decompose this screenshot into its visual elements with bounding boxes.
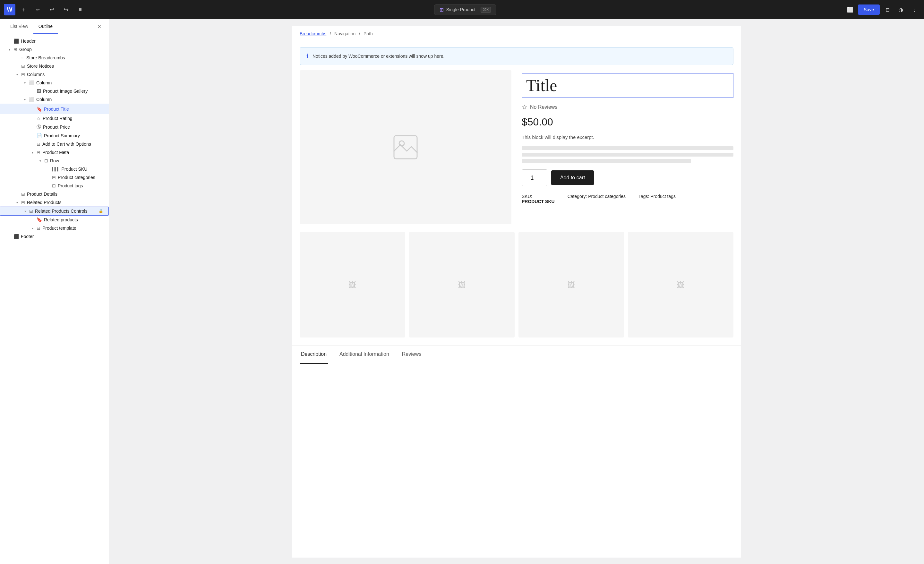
tab-outline[interactable]: Outline (33, 19, 58, 34)
sidebar-item-product-price[interactable]: Ⓢ Product Price (0, 123, 109, 132)
sidebar-item-label: Product Image Gallery (43, 88, 104, 94)
meta-category: Category: Product categories (567, 194, 626, 204)
contrast-button[interactable]: ◑ (895, 4, 907, 15)
sidebar-item-product-title[interactable]: 🔖 Product Title ⋮ (0, 104, 109, 114)
plus-icon: ＋ (21, 6, 27, 14)
product-meta: SKU: PRODUCT SKU Category: Product categ… (522, 194, 734, 204)
breadcrumb-link[interactable]: Breadcrumbs (300, 31, 326, 36)
sidebar-item-label: Product Title (44, 106, 94, 112)
related-thumb-1: 🖼 (300, 232, 405, 338)
sidebar-item-header[interactable]: ⬛ Header (0, 37, 109, 45)
sidebar-item-label: Product template (42, 225, 104, 231)
responsive-icon: ⬜ (847, 7, 854, 13)
add-to-cart-button[interactable]: Add to cart (551, 170, 594, 185)
sidebar-item-product-template[interactable]: ▸ ⊟ Product template (0, 224, 109, 232)
sidebar-item-label: Row (50, 158, 104, 163)
sidebar-item-product-tags[interactable]: ⊟ Product tags (0, 182, 109, 190)
product-title-block[interactable]: Title (522, 73, 734, 98)
sidebar-item-label: Column (36, 97, 104, 102)
tab-description[interactable]: Description (300, 345, 328, 364)
sidebar-item-footer[interactable]: ⬛ Footer (0, 232, 109, 241)
toggle-icon: ▾ (30, 151, 34, 154)
canvas-inner: Breadcrumbs / Navigation / Path ℹ Notice… (292, 26, 741, 558)
product-info: Title ☆ No Reviews $50.00 This block wil… (522, 70, 734, 224)
breadcrumb-path: Path (363, 31, 373, 36)
sidebar-item-store-breadcrumbs[interactable]: ··· Store Breadcrumbs (0, 54, 109, 62)
thumb-placeholder-icon-1: 🖼 (349, 280, 357, 290)
sidebar-item-label: Header (21, 39, 104, 44)
breadcrumb-bar: Breadcrumbs / Navigation / Path (292, 26, 741, 42)
sidebar-item-product-details[interactable]: ⊟ Product Details (0, 190, 109, 198)
sidebar-item-product-rating[interactable]: ☆ Product Rating (0, 114, 109, 123)
redo-button[interactable]: ↪ (60, 4, 72, 15)
shortcut-badge: ⌘K (481, 7, 491, 13)
responsive-button[interactable]: ⬜ (844, 4, 856, 15)
breadcrumb-sep2: / (359, 31, 360, 36)
layout-icon: ⊟ (885, 7, 890, 13)
star-icon: ☆ (522, 103, 528, 111)
product-title: Title (526, 76, 557, 94)
related-list-icon: 🔖 (37, 217, 42, 222)
related-controls-icon: ⊟ (29, 208, 33, 214)
related-products-icon: ⊟ (21, 200, 25, 205)
sidebar-close-button[interactable]: × (95, 19, 104, 34)
breadcrumb-nav: Navigation (334, 31, 356, 36)
layout-button[interactable]: ⊟ (882, 4, 893, 15)
sidebar-item-label: Product Summary (44, 133, 104, 138)
thumb-placeholder-icon-4: 🖼 (677, 280, 685, 290)
wp-logo-text: W (7, 6, 12, 13)
product-bar-2 (522, 153, 734, 156)
sidebar-item-label: Store Notices (27, 63, 104, 69)
sidebar-item-store-notices[interactable]: ⊟ Store Notices (0, 62, 109, 70)
sidebar-item-related-products[interactable]: ▾ ⊟ Related Products (0, 198, 109, 207)
sidebar-item-column-2[interactable]: ▾ ⬜ Column (0, 95, 109, 104)
sidebar-item-label: Product categories (58, 175, 104, 180)
sidebar-item-add-to-cart[interactable]: ⊟ Add to Cart with Options (0, 140, 109, 148)
sidebar-item-columns[interactable]: ▾ ⊟ Columns (0, 70, 109, 79)
sidebar-item-row[interactable]: ▾ ⊟ Row (0, 156, 109, 165)
toggle-icon: ▾ (22, 81, 27, 85)
sidebar-item-product-categories[interactable]: ⊟ Product categories (0, 173, 109, 182)
add-block-button[interactable]: ＋ (18, 4, 30, 15)
product-excerpt: This block will display the excerpt. (522, 134, 734, 140)
tab-reviews[interactable]: Reviews (401, 345, 423, 364)
notice-text: Notices added by WooCommerce or extensio… (312, 54, 444, 59)
more-options-button[interactable]: ⋮ (909, 4, 920, 15)
edit-button[interactable]: ✏ (32, 4, 44, 15)
sidebar-item-label: Footer (21, 234, 104, 239)
sidebar-item-label: Store Breadcrumbs (26, 55, 104, 60)
sidebar-item-group[interactable]: ▾ ⊞ Group (0, 45, 109, 54)
related-thumb-2: 🖼 (409, 232, 514, 338)
sidebar-item-label: Columns (27, 72, 104, 77)
list-view-button[interactable]: ≡ (74, 4, 86, 15)
sidebar-item-product-sku[interactable]: ▌▌▌ Product SKU (0, 165, 109, 173)
undo-button[interactable]: ↩ (46, 4, 58, 15)
sidebar-item-label: Add to Cart with Options (42, 141, 104, 147)
redo-icon: ↪ (64, 6, 69, 13)
sidebar-item-product-summary[interactable]: 📄 Product Summary (0, 132, 109, 140)
save-button[interactable]: Save (858, 4, 880, 15)
meta-tags: Tags: Product tags (639, 194, 676, 204)
tags-value: Product tags (650, 194, 676, 199)
sidebar-item-related-products-list[interactable]: 🔖 Related products (0, 216, 109, 224)
contrast-icon: ◑ (898, 7, 903, 13)
sidebar-item-product-meta[interactable]: ▾ ⊟ Product Meta (0, 148, 109, 156)
sidebar-item-column-1[interactable]: ▾ ⬜ Column (0, 79, 109, 87)
tab-list-view[interactable]: List View (5, 19, 33, 34)
sidebar-item-related-products-controls[interactable]: ▾ ⊟ Related Products Controls 🔒 (0, 207, 109, 216)
meta-sku: SKU: PRODUCT SKU (522, 194, 555, 204)
template-selector[interactable]: ⊞ Single Product ⌘K (434, 4, 496, 15)
notice-bar: ℹ Notices added by WooCommerce or extens… (300, 47, 734, 65)
sidebar-item-label: Product Price (43, 124, 104, 130)
breadcrumb-sep: / (330, 31, 331, 36)
toolbar: W ＋ ✏ ↩ ↪ ≡ ⊞ Single Product ⌘K ⬜ Save ⊟… (0, 0, 924, 19)
sidebar-item-product-image-gallery[interactable]: 🖼 Product Image Gallery (0, 87, 109, 95)
quantity-input[interactable] (522, 170, 548, 186)
sidebar-item-label: Related Products (27, 200, 104, 205)
tab-additional-information[interactable]: Additional Information (338, 345, 390, 364)
product-bar-1 (522, 146, 734, 150)
image-placeholder-icon (393, 134, 418, 160)
product-section: Title ☆ No Reviews $50.00 This block wil… (292, 70, 741, 232)
rating-icon: ☆ (37, 116, 41, 121)
sidebar-item-label: Product Meta (42, 150, 104, 155)
